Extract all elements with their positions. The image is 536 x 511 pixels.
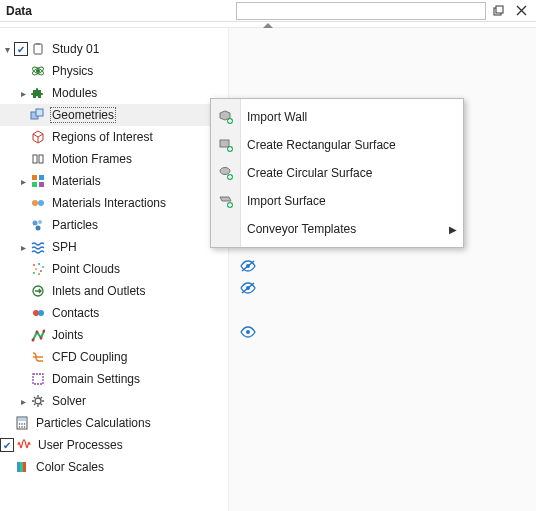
tree-panel: ▾ ✔ Study 01 Physics ▸ Modules: [0, 28, 228, 511]
menu-import-surface[interactable]: Import Surface: [211, 187, 463, 215]
svg-point-30: [32, 339, 35, 342]
tree-label: CFD Coupling: [50, 350, 129, 364]
tree-item-sph[interactable]: ▸ SPH: [0, 236, 228, 258]
gear-icon: [30, 393, 46, 409]
svg-point-26: [38, 273, 40, 275]
tree-item-modules[interactable]: ▸ Modules: [0, 82, 228, 104]
tree-label: Study 01: [50, 42, 101, 56]
svg-rect-55: [220, 140, 229, 147]
tree-item-color-scales[interactable]: Color Scales: [0, 456, 228, 478]
menu-label: Create Rectangular Surface: [247, 138, 396, 152]
tree-label: Particles: [50, 218, 100, 232]
cube-add-icon: [218, 109, 234, 125]
search-input[interactable]: [236, 2, 486, 20]
inlet-icon: [30, 283, 46, 299]
expander-icon[interactable]: ▾: [0, 42, 14, 56]
tree-item-user-processes[interactable]: ✔ User Processes: [0, 434, 228, 456]
tree-item-physics[interactable]: Physics: [0, 60, 228, 82]
circle-add-icon: [218, 165, 234, 181]
waves-icon: [30, 239, 46, 255]
cfd-icon: [30, 349, 46, 365]
svg-point-23: [35, 268, 37, 270]
svg-rect-34: [33, 374, 43, 384]
svg-point-43: [24, 426, 26, 428]
svg-point-22: [42, 266, 44, 268]
tree-label: SPH: [50, 240, 79, 254]
menu-label: Import Wall: [247, 110, 307, 124]
svg-rect-10: [39, 155, 43, 163]
tree-label: Materials Interactions: [50, 196, 168, 210]
tree-item-solver[interactable]: ▸ Solver: [0, 390, 228, 412]
eye-hidden-icon[interactable]: [239, 279, 257, 297]
svg-point-21: [38, 263, 40, 265]
tree-label: User Processes: [36, 438, 125, 452]
expander-icon[interactable]: ▸: [16, 174, 30, 188]
tree-label: Contacts: [50, 306, 101, 320]
tree-item-cfd[interactable]: CFD Coupling: [0, 346, 228, 368]
svg-point-42: [21, 426, 23, 428]
menu-label: Conveyor Templates: [247, 222, 356, 236]
svg-point-39: [21, 423, 23, 425]
close-icon[interactable]: [512, 2, 530, 20]
cube-icon: [30, 129, 46, 145]
tree-item-point-clouds[interactable]: Point Clouds: [0, 258, 228, 280]
tree-item-motion-frames[interactable]: Motion Frames: [0, 148, 228, 170]
expander-icon[interactable]: ▸: [16, 86, 30, 100]
checkbox[interactable]: ✔: [14, 42, 28, 56]
svg-point-16: [38, 200, 44, 206]
tree-item-geometries[interactable]: Geometries: [0, 104, 228, 126]
tree-label: Physics: [50, 64, 95, 78]
svg-point-31: [36, 331, 39, 334]
tree-label: Modules: [50, 86, 99, 100]
menu-create-circ[interactable]: Create Circular Surface: [211, 159, 463, 187]
menu-create-rect[interactable]: Create Rectangular Surface: [211, 131, 463, 159]
frames-icon: [30, 151, 46, 167]
expander-icon[interactable]: ▸: [16, 394, 30, 408]
tree-label: Color Scales: [34, 460, 106, 474]
menu-conveyor-templates[interactable]: Conveyor Templates ▶: [211, 215, 463, 243]
svg-rect-12: [39, 175, 44, 180]
clipboard-icon: [30, 41, 46, 57]
svg-point-25: [33, 272, 35, 274]
context-menu: Import Wall Create Rectangular Surface C…: [210, 98, 464, 248]
tree-label: Domain Settings: [50, 372, 142, 386]
svg-rect-9: [33, 155, 37, 163]
svg-point-18: [38, 220, 42, 224]
tree-item-particles[interactable]: Particles: [0, 214, 228, 236]
svg-rect-14: [39, 182, 44, 187]
tree-item-particles-calc[interactable]: Particles Calculations: [0, 412, 228, 434]
svg-rect-46: [23, 462, 26, 472]
tree-label: Materials: [50, 174, 103, 188]
tree-item-inlets-outlets[interactable]: Inlets and Outlets: [0, 280, 228, 302]
tree-item-contacts[interactable]: Contacts: [0, 302, 228, 324]
tree-item-domain[interactable]: Domain Settings: [0, 368, 228, 390]
tree-label: Geometries: [50, 107, 116, 123]
signal-icon: [16, 437, 32, 453]
rect-add-icon: [218, 137, 234, 153]
tree-item-joints[interactable]: Joints: [0, 324, 228, 346]
dots-icon: [30, 261, 46, 277]
tree-label: Particles Calculations: [34, 416, 153, 430]
tree-item-materials[interactable]: ▸ Materials: [0, 170, 228, 192]
svg-point-15: [32, 200, 38, 206]
calculator-icon: [14, 415, 30, 431]
tree-item-mat-interactions[interactable]: Materials Interactions: [0, 192, 228, 214]
tree-label: Regions of Interest: [50, 130, 155, 144]
eye-icon[interactable]: [239, 323, 257, 341]
svg-point-41: [19, 426, 21, 428]
menu-label: Import Surface: [247, 194, 326, 208]
contacts-icon: [30, 305, 46, 321]
tree-item-roi[interactable]: Regions of Interest: [0, 126, 228, 148]
particles-icon: [30, 217, 46, 233]
checkbox[interactable]: ✔: [0, 438, 14, 452]
menu-import-wall[interactable]: Import Wall: [211, 103, 463, 131]
maximize-icon[interactable]: [490, 2, 508, 20]
panel-title: Data: [6, 4, 32, 18]
submenu-arrow-icon: ▶: [449, 224, 457, 235]
svg-rect-44: [17, 462, 20, 472]
tree-item-study[interactable]: ▾ ✔ Study 01: [0, 38, 228, 60]
svg-point-40: [24, 423, 26, 425]
expander-icon[interactable]: ▸: [16, 240, 30, 254]
eye-hidden-icon[interactable]: [239, 257, 257, 275]
color-scales-icon: [14, 459, 30, 475]
